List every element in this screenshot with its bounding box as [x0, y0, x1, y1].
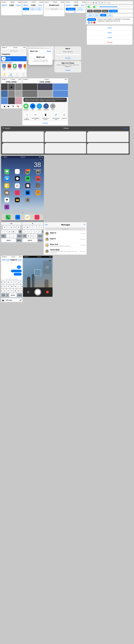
next-btn[interactable]: ▶: [8, 105, 9, 108]
key-123-q[interactable]: 123: [1, 293, 5, 297]
photo-2[interactable]: 📱: [8, 84, 15, 90]
search-bar[interactable]: 🔍 Search: [44, 8, 64, 10]
key-comma2[interactable]: ,: [10, 234, 13, 238]
label-tab-1[interactable]: Label: [87, 14, 93, 16]
app-appstore[interactable]: 🅰 App Store: [23, 190, 32, 196]
key-ampersand[interactable]: &: [8, 230, 11, 234]
msg-item-alisha[interactable]: 👩 Alisha Mudo Can you please create one …: [44, 248, 87, 255]
done-button-4[interactable]: Done: [81, 4, 85, 6]
photo-9[interactable]: [15, 98, 22, 104]
key-123[interactable]: 123: [23, 234, 26, 238]
imessage-text-input[interactable]: iMessage: [5, 299, 19, 302]
toggle-on[interactable]: [87, 6, 91, 8]
back-button-2[interactable]: ◀ Back: [23, 4, 28, 6]
select-all-button[interactable]: Select All: [93, 10, 102, 12]
key-space-1[interactable]: space: [1, 238, 16, 242]
color-dot-2[interactable]: [91, 22, 93, 24]
msg-item-kapil[interactable]: 👨 Kapil G Hi 12:03 pm: [44, 236, 87, 242]
key-t-q[interactable]: T: [10, 280, 13, 284]
key-9[interactable]: 9: [13, 226, 16, 229]
details-button[interactable]: Details: [17, 259, 21, 261]
key-space-2[interactable]: space: [23, 238, 37, 242]
key-v[interactable]: V: [10, 289, 13, 293]
key-dollar[interactable]: $: [27, 234, 30, 238]
undo-icon[interactable]: ↩: [87, 2, 89, 4]
back-arrow-icon[interactable]: ◁: [107, 2, 108, 4]
key-return-2b[interactable]: return: [38, 238, 43, 242]
key-percent[interactable]: %: [26, 226, 29, 229]
done-button-2[interactable]: Done: [39, 4, 42, 6]
messages-search-bar[interactable]: 🔍 Search: [45, 228, 86, 230]
photo-r2[interactable]: [38, 84, 53, 90]
photo-4[interactable]: [1, 90, 8, 97]
awesome-button[interactable]: Awesome: [87, 18, 96, 21]
key-delete-2[interactable]: ⌫: [42, 230, 43, 234]
key-g[interactable]: G: [10, 285, 13, 288]
tab-close-3[interactable]: ✕: [86, 131, 88, 132]
signin-cancel[interactable]: Cancel: [54, 68, 81, 72]
key-e[interactable]: E: [3, 280, 6, 284]
photo-r5[interactable]: [38, 90, 53, 97]
mic-icon[interactable]: 🎤: [19, 299, 22, 301]
key-d[interactable]: D: [3, 285, 6, 288]
action-home-screen[interactable]: 📱 Add to Home Screen: [41, 112, 50, 120]
app-weather[interactable]: ⛅ Weather: [2, 176, 11, 182]
done-tabs-button[interactable]: Done: [124, 127, 128, 129]
record-button[interactable]: [46, 291, 49, 294]
tab-5[interactable]: ✕: [45, 143, 86, 154]
key-hash[interactable]: #: [23, 226, 26, 229]
attach-icon[interactable]: 📎: [98, 2, 100, 4]
app-reminders[interactable]: ☑ Reminders: [12, 183, 22, 189]
key-i[interactable]: I: [21, 280, 22, 284]
key-return-1b[interactable]: return: [16, 238, 21, 242]
seg-standard[interactable]: Standard: [66, 8, 75, 10]
app-item-3[interactable]: 📊 Numerics Business: [12, 64, 17, 71]
key-6[interactable]: 6: [3, 226, 6, 229]
photo-1[interactable]: [1, 84, 8, 90]
camera-close-button[interactable]: ✕: [27, 291, 29, 294]
tab-lable-1[interactable]: Lable: [23, 8, 29, 10]
tab-3[interactable]: ✕: [87, 131, 129, 142]
remove-icon[interactable]: ⊟: [95, 2, 97, 4]
copy-button[interactable]: Copy: [87, 10, 93, 12]
action-reading-list[interactable]: 👓 Add to Reading List: [31, 112, 40, 120]
key-h[interactable]: H: [14, 285, 17, 288]
share-more[interactable]: ••• More: [50, 104, 55, 110]
toggle-on-2[interactable]: [93, 6, 97, 8]
tab-2[interactable]: ✕: [45, 131, 86, 142]
label-tab-2[interactable]: Label: [94, 14, 100, 16]
app-podcasts[interactable]: 🎙 Podcasts: [2, 204, 11, 211]
action-shared-links[interactable]: 🔗 Add to Shared Links: [51, 112, 61, 120]
app-camera[interactable]: 📸 Camera: [33, 169, 43, 175]
dock-music[interactable]: 🎵: [35, 215, 39, 220]
key-return-q[interactable]: return: [17, 293, 22, 297]
camera-shutter-button[interactable]: [34, 289, 41, 296]
action-lable-3[interactable]: Lable: [87, 35, 133, 40]
key-c[interactable]: C: [7, 289, 10, 293]
share-btn-photo[interactable]: ⬆: [12, 105, 14, 108]
tab-close-6[interactable]: ✕: [86, 142, 88, 144]
bookmark-btn[interactable]: 🔖: [17, 105, 19, 108]
share-messages[interactable]: 💬 Messages: [23, 104, 29, 110]
action-lable-2[interactable]: Label: [87, 30, 133, 35]
camera-icon-msg[interactable]: 📷: [2, 299, 4, 301]
app-item-1[interactable]: 🦉 Duolingo Test Education: [1, 64, 6, 71]
redo-icon[interactable]: ↪: [90, 2, 92, 4]
key-f[interactable]: F: [7, 285, 10, 288]
appstore-search[interactable]: 🔍 Search: [2, 50, 25, 52]
action-bookmark[interactable]: 📑 Add Bookmark: [23, 112, 30, 120]
key-8[interactable]: 8: [10, 226, 13, 229]
app-settings[interactable]: ⚙ Settings: [23, 198, 32, 204]
dock-safari[interactable]: 🧭: [25, 215, 30, 220]
photo-5[interactable]: [8, 90, 15, 97]
app-photos[interactable]: 📷 Photos: [23, 169, 32, 175]
app-maps[interactable]: 🗺 Maps: [23, 176, 32, 182]
tab-lable-2[interactable]: Lable: [29, 8, 35, 10]
define-button[interactable]: Define: [102, 10, 108, 12]
photo-6[interactable]: [15, 90, 22, 97]
key-lt[interactable]: <: [35, 230, 38, 234]
key-excl[interactable]: !: [13, 234, 16, 238]
key-dot2[interactable]: .: [6, 234, 9, 238]
tab-lable-3[interactable]: Lable: [36, 8, 42, 10]
key-0[interactable]: 0: [17, 226, 20, 229]
